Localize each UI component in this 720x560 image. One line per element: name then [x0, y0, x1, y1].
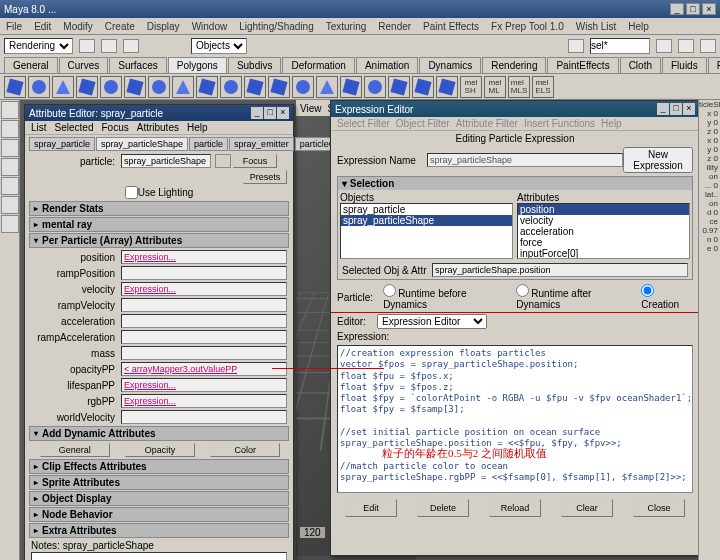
list-item[interactable]: force — [518, 237, 689, 248]
shelf-button[interactable] — [196, 76, 218, 98]
status-icon[interactable] — [101, 39, 117, 53]
attr-tab[interactable]: spray_emitter — [229, 137, 294, 151]
shelf-button[interactable] — [388, 76, 410, 98]
runtime-before-radio[interactable] — [383, 284, 396, 297]
attr-tab[interactable]: spray_particle — [29, 137, 95, 151]
shelf-tab[interactable]: Subdivs — [228, 57, 282, 73]
channel-value[interactable]: ce 0.97 — [699, 217, 720, 235]
menu-item[interactable]: Edit — [34, 21, 51, 32]
menu-item[interactable]: Help — [628, 21, 649, 32]
attr-tab[interactable]: particle — [189, 137, 228, 151]
expr-editor-button[interactable]: Delete — [417, 499, 469, 517]
rotate-tool-icon[interactable] — [1, 158, 19, 176]
particle-name-field[interactable] — [121, 154, 211, 168]
pp-attr-field[interactable] — [121, 282, 287, 296]
status-icon[interactable] — [123, 39, 139, 53]
shelf-button[interactable] — [220, 76, 242, 98]
section-per-particle[interactable]: Per Particle (Array) Attributes — [29, 233, 289, 248]
menu-item[interactable]: Create — [105, 21, 135, 32]
status-icon[interactable] — [700, 39, 716, 53]
status-icon[interactable] — [678, 39, 694, 53]
pp-attr-field[interactable] — [121, 266, 287, 280]
close-icon[interactable]: × — [702, 3, 716, 15]
shelf-tab[interactable]: Fluids — [662, 57, 707, 73]
menu-item[interactable]: Texturing — [326, 21, 367, 32]
section-object-display[interactable]: Object Display — [29, 491, 289, 506]
menu-item[interactable]: Paint Effects — [423, 21, 479, 32]
attr-menu-item[interactable]: Selected — [55, 122, 94, 133]
main-menu[interactable]: FileEditModifyCreateDisplayWindowLightin… — [0, 18, 720, 34]
add-dyn-button[interactable]: Opacity — [125, 443, 195, 457]
list-item[interactable]: spray_particleShape — [341, 215, 512, 226]
pp-attr-field[interactable] — [121, 346, 287, 360]
pp-attr-field[interactable] — [121, 298, 287, 312]
shelf-button[interactable] — [124, 76, 146, 98]
new-expr-button[interactable]: New Expression — [623, 147, 693, 173]
channel-value[interactable]: z 0 — [699, 127, 720, 136]
sel-obj-attr-field[interactable] — [432, 263, 688, 277]
select-tool-icon[interactable] — [1, 101, 19, 119]
notes-area[interactable] — [31, 552, 287, 560]
expr-editor-button[interactable]: Clear — [561, 499, 613, 517]
channel-value[interactable]: n 0 — [699, 235, 720, 244]
channel-value[interactable]: z 0 — [699, 154, 720, 163]
shelf-tab[interactable]: PaintEffects — [547, 57, 618, 73]
lasso-tool-icon[interactable] — [1, 120, 19, 138]
pp-attr-field[interactable] — [121, 394, 287, 408]
close-icon[interactable]: × — [683, 103, 695, 115]
pp-attr-field[interactable] — [121, 250, 287, 264]
shelf-mel-button[interactable]: mel ML — [484, 76, 506, 98]
go-icon[interactable] — [215, 154, 231, 168]
minimize-icon[interactable]: _ — [670, 3, 684, 15]
shelf-button[interactable] — [76, 76, 98, 98]
shelf-button[interactable] — [148, 76, 170, 98]
creation-radio[interactable] — [641, 284, 654, 297]
channel-value[interactable]: x 0 — [699, 136, 720, 145]
list-item[interactable]: position — [518, 204, 689, 215]
shelf-tab[interactable]: Deformation — [282, 57, 354, 73]
expr-menu-item[interactable]: Select Filter — [337, 118, 390, 129]
maximize-icon[interactable]: □ — [264, 107, 276, 119]
maximize-icon[interactable]: □ — [686, 3, 700, 15]
list-item[interactable]: acceleration — [518, 226, 689, 237]
channel-value[interactable]: lat.. on — [699, 190, 720, 208]
close-icon[interactable]: × — [277, 107, 289, 119]
focus-button[interactable]: Focus — [233, 154, 277, 168]
section-sprite[interactable]: Sprite Attributes — [29, 475, 289, 490]
shelf-button[interactable] — [172, 76, 194, 98]
module-dropdown[interactable]: Rendering — [4, 38, 73, 54]
shelf-tab[interactable]: Rendering — [482, 57, 546, 73]
section-clip-effects[interactable]: Clip Effects Attributes — [29, 459, 289, 474]
section-node-behavior[interactable]: Node Behavior — [29, 507, 289, 522]
presets-button[interactable]: Presets — [243, 170, 287, 184]
expr-menu-item[interactable]: Attribute Filter — [456, 118, 518, 129]
menu-item[interactable]: Display — [147, 21, 180, 32]
shelf-tab[interactable]: Fur — [708, 57, 720, 73]
list-item[interactable]: velocity — [518, 215, 689, 226]
shelf-button[interactable] — [292, 76, 314, 98]
shelf-tab[interactable]: Dynamics — [419, 57, 481, 73]
move-tool-icon[interactable] — [1, 139, 19, 157]
shelf-button[interactable] — [364, 76, 386, 98]
expr-menu-item[interactable]: Object Filter — [396, 118, 450, 129]
menu-item[interactable]: Render — [378, 21, 411, 32]
status-icon[interactable] — [656, 39, 672, 53]
expr-editor-button[interactable]: Close — [633, 499, 685, 517]
menu-item[interactable]: Fx Prep Tool 1.0 — [491, 21, 564, 32]
scale-tool-icon[interactable] — [1, 177, 19, 195]
list-item[interactable]: spray_particle — [341, 204, 512, 215]
attr-menu-item[interactable]: Attributes — [137, 122, 179, 133]
shelf-button[interactable] — [316, 76, 338, 98]
status-icon[interactable] — [79, 39, 95, 53]
minimize-icon[interactable]: _ — [251, 107, 263, 119]
mask-dropdown[interactable]: Objects — [191, 38, 247, 54]
attr-menu-item[interactable]: List — [31, 122, 47, 133]
shelf-button[interactable] — [436, 76, 458, 98]
last-tool-icon[interactable] — [1, 215, 19, 233]
shelf-tab[interactable]: Polygons — [168, 57, 227, 73]
section-render-stats[interactable]: Render Stats — [29, 201, 289, 216]
channel-value[interactable]: y 0 — [699, 118, 720, 127]
objects-list[interactable]: spray_particlespray_particleShape — [340, 203, 513, 259]
pp-attr-field[interactable] — [121, 378, 287, 392]
list-item[interactable]: inputForce[0] — [518, 248, 689, 259]
